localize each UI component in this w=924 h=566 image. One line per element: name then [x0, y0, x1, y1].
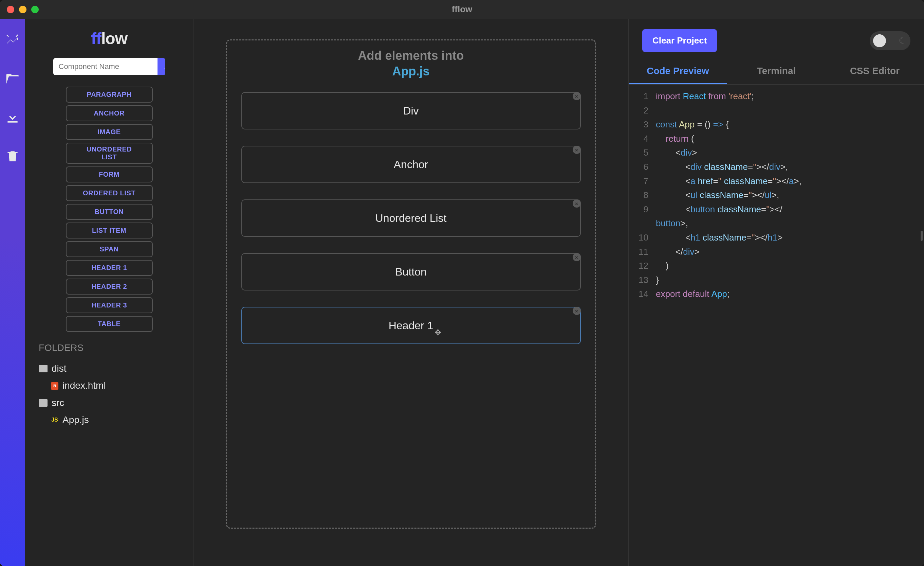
code-line: 9 <button className=''></: [628, 202, 924, 217]
folder-label: src: [52, 394, 64, 411]
delete-block-button[interactable]: ×: [573, 253, 581, 261]
code-text: return (: [656, 132, 694, 146]
logo-prefix: ff: [91, 30, 101, 48]
line-number: 8: [628, 188, 656, 202]
element-button-table[interactable]: TABLE: [66, 316, 153, 332]
code-text: import React from 'react';: [656, 89, 754, 104]
titlebar: fflow: [0, 0, 924, 19]
code-line: 12 ): [628, 259, 924, 273]
code-text: button>,: [656, 217, 688, 231]
line-number: 11: [628, 245, 656, 259]
element-button-paragraph[interactable]: PARAGRAPH: [66, 87, 153, 102]
delete-block-button[interactable]: ×: [573, 146, 581, 154]
theme-toggle[interactable]: ☾: [870, 31, 910, 50]
element-button-button[interactable]: BUTTON: [66, 204, 153, 220]
right-panel: Clear Project ☾ Code PreviewTerminalCSS …: [628, 19, 924, 566]
window-title: fflow: [452, 4, 472, 15]
delete-block-button[interactable]: ×: [573, 307, 581, 315]
move-cursor-icon: ✥: [435, 328, 441, 337]
line-number: 9: [628, 202, 656, 217]
delete-block-button[interactable]: ×: [573, 92, 581, 100]
right-panel-toolbar: Clear Project ☾: [628, 19, 924, 59]
maximize-window-button[interactable]: [31, 6, 39, 13]
code-line: 8 <ul className=''></ul>,: [628, 188, 924, 202]
canvas-title: Add elements into: [358, 48, 464, 63]
file-index-html[interactable]: 5index.html: [39, 377, 180, 394]
delete-block-button[interactable]: ×: [573, 199, 581, 208]
elements-list: PARAGRAPHANCHORIMAGEUNORDEREDLISTFORMORD…: [25, 82, 193, 332]
tab-code-preview[interactable]: Code Preview: [628, 59, 727, 84]
canvas-area: Add elements into App.js Div×Anchor×Unor…: [194, 19, 628, 566]
element-button-anchor[interactable]: ANCHOR: [66, 105, 153, 121]
code-editor[interactable]: 1import React from 'react';23const App =…: [628, 84, 924, 566]
folder-dist[interactable]: dist: [39, 360, 180, 377]
add-component-button[interactable]: Add: [158, 58, 165, 75]
line-number: 6: [628, 160, 656, 174]
design-tools-icon[interactable]: [5, 33, 20, 48]
folder-open-icon[interactable]: [5, 71, 20, 86]
minimize-window-button[interactable]: [19, 6, 27, 13]
tab-css-editor[interactable]: CSS Editor: [825, 59, 924, 84]
line-number: 2: [628, 104, 656, 118]
add-component-row: Add: [53, 58, 165, 75]
download-icon[interactable]: [5, 110, 20, 125]
right-panel-tabs: Code PreviewTerminalCSS Editor: [628, 59, 924, 84]
canvas-block-div[interactable]: Div×: [242, 92, 581, 129]
code-line: 6 <div className=''></div>,: [628, 160, 924, 174]
canvas-block-header-1[interactable]: Header 1×✥: [242, 307, 581, 344]
sidebar: fflow Add PARAGRAPHANCHORIMAGEUNORDEREDL…: [25, 19, 194, 566]
code-text: </div>: [656, 245, 700, 259]
line-number: 14: [628, 287, 656, 301]
element-button-ordered-list[interactable]: ORDERED LIST: [66, 185, 153, 201]
moon-icon: ☾: [898, 35, 907, 46]
element-button-list-item[interactable]: LIST ITEM: [66, 223, 153, 238]
traffic-lights: [7, 6, 39, 13]
code-line: 4 return (: [628, 132, 924, 146]
element-button-unordered-list[interactable]: UNORDEREDLIST: [66, 143, 153, 164]
canvas-block-unordered-list[interactable]: Unordered List×: [242, 199, 581, 237]
code-text: export default App;: [656, 287, 729, 301]
close-window-button[interactable]: [7, 6, 14, 13]
canvas-block-anchor[interactable]: Anchor×: [242, 146, 581, 183]
element-button-span[interactable]: SPAN: [66, 241, 153, 257]
tab-terminal[interactable]: Terminal: [727, 59, 825, 84]
code-text: <div>: [656, 146, 697, 160]
logo: fflow: [91, 29, 127, 48]
code-line: 11 </div>: [628, 245, 924, 259]
icon-sidebar: [0, 19, 25, 566]
element-button-header-3[interactable]: HEADER 3: [66, 297, 153, 313]
element-button-image[interactable]: IMAGE: [66, 124, 153, 140]
code-text: <a href='' className=''></a>,: [656, 174, 801, 188]
code-text: <button className=''></: [656, 202, 783, 217]
clear-project-button[interactable]: Clear Project: [642, 29, 717, 52]
folder-label: dist: [52, 360, 66, 377]
scrollbar[interactable]: [921, 231, 922, 241]
file-app-js[interactable]: JSApp.js: [39, 411, 180, 428]
line-number: 7: [628, 174, 656, 188]
line-number: 13: [628, 273, 656, 288]
trash-icon[interactable]: [5, 149, 20, 164]
canvas-block-button[interactable]: Button×: [242, 253, 581, 291]
element-button-header-1[interactable]: HEADER 1: [66, 260, 153, 276]
canvas-target-file: App.js: [392, 64, 429, 78]
canvas-dropzone[interactable]: Add elements into App.js Div×Anchor×Unor…: [226, 39, 596, 528]
app-window: fflow fflow Add: [0, 0, 924, 566]
code-line: 7 <a href='' className=''></a>,: [628, 174, 924, 188]
code-text: <div className=''></div>,: [656, 160, 788, 174]
folder-icon: [39, 399, 48, 406]
code-line: 1import React from 'react';: [628, 89, 924, 104]
element-button-header-2[interactable]: HEADER 2: [66, 278, 153, 295]
element-button-form[interactable]: FORM: [66, 167, 153, 182]
logo-suffix: low: [101, 30, 127, 48]
component-name-input[interactable]: [53, 58, 158, 75]
folder-icon: [39, 365, 48, 372]
code-text: const App = () => {: [656, 117, 729, 132]
folder-src[interactable]: src: [39, 394, 180, 411]
code-line: button>,: [628, 217, 924, 231]
js-file-icon: JS: [51, 416, 58, 424]
code-line: 5 <div>: [628, 146, 924, 160]
html-file-icon: 5: [51, 382, 58, 390]
code-line: 2: [628, 104, 924, 118]
code-line: 10 <h1 className=''></h1>: [628, 231, 924, 245]
code-text: }: [656, 273, 659, 288]
